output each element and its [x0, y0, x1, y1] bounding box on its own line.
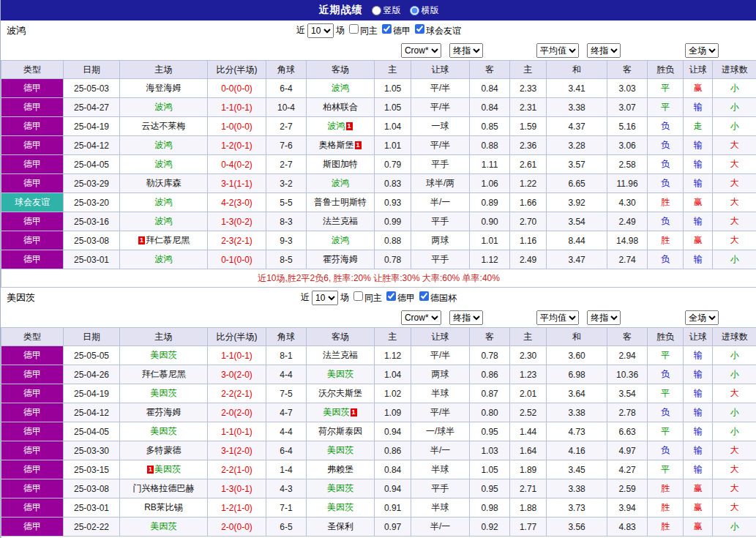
away-team-link[interactable]: 美因茨 — [327, 483, 353, 493]
home-team-link[interactable]: 波鸿 — [155, 102, 173, 112]
col-header-date: 日期 — [64, 61, 120, 79]
league-cell: 德甲 — [1, 479, 64, 498]
cup-option[interactable]: 德国杯 — [415, 291, 457, 305]
league-cell: 德甲 — [1, 155, 64, 174]
same-home-option[interactable]: 同主 — [345, 24, 378, 37]
filter-bar: 近 10 场 同主 德甲 德国杯 — [301, 291, 457, 305]
away-team-link[interactable]: 波鸿 — [332, 83, 349, 93]
corners-cell: 10-4 — [266, 98, 307, 117]
match-row: 德甲 25-04-27 波鸿 1-1(0-1) 10-4 柏林联合 1.05 平… — [1, 98, 756, 117]
odds-home-cell: 0.97 — [375, 518, 411, 537]
odds-home-cell: 0.88 — [375, 231, 411, 250]
average-select[interactable]: 平均值 — [536, 43, 579, 58]
corners-cell: 4-4 — [266, 365, 307, 384]
away-team-link[interactable]: 波鸿1 — [328, 121, 353, 131]
odds-handicap-cell: 平手 — [411, 250, 470, 269]
away-team-link[interactable]: 沃尔夫斯堡 — [318, 388, 362, 398]
match-row: 德甲 25-03-08 门兴格拉德巴赫 1-3(0-1) 4-3 美因茨 0.9… — [1, 479, 756, 498]
away-team-link[interactable]: 荷尔斯泰因 — [318, 426, 362, 436]
away-team-link[interactable]: 圣保利 — [327, 521, 353, 531]
league-checkbox[interactable] — [386, 291, 396, 301]
col-header-handicap-result: 让球 — [684, 328, 713, 346]
away-team-link[interactable]: 法兰克福 — [323, 350, 358, 360]
away-team-link[interactable]: 奥格斯堡1 — [319, 140, 362, 150]
home-team-link[interactable]: RB莱比锡 — [144, 502, 183, 512]
home-team-link[interactable]: 波鸿 — [155, 254, 173, 264]
home-team-link[interactable]: 波鸿 — [155, 159, 173, 169]
home-team-link[interactable]: 勒沃库森 — [146, 178, 181, 188]
layout-horizontal-option[interactable]: 横版 — [410, 4, 439, 17]
goals-result-cell: 小 — [713, 98, 756, 117]
away-team-link[interactable]: 波鸿 — [332, 178, 349, 188]
handicap-result-cell: 输 — [684, 384, 713, 403]
score-cell: 0-0(0-0) — [208, 79, 266, 98]
odds-final-select[interactable]: 终指 — [449, 310, 483, 325]
home-team-cell: 波鸿 — [120, 98, 208, 117]
away-team-cell: 奥格斯堡1 — [307, 136, 375, 155]
home-team-link[interactable]: 波鸿 — [155, 140, 173, 150]
away-team-link[interactable]: 普鲁士明斯特 — [314, 197, 367, 207]
away-team-link[interactable]: 法兰克福 — [323, 216, 358, 226]
same-home-option[interactable]: 同主 — [349, 291, 382, 305]
league-cell: 德甲 — [1, 384, 64, 403]
home-team-link[interactable]: 美因茨 — [151, 350, 177, 360]
league-option[interactable]: 德甲 — [382, 291, 415, 305]
away-team-cell: 波鸿 — [307, 79, 375, 98]
same-home-checkbox[interactable] — [353, 291, 363, 301]
layout-vertical-option[interactable]: 竖版 — [372, 4, 401, 17]
home-team-link[interactable]: 1美因茨 — [146, 464, 181, 474]
scope-select[interactable]: 全场 — [685, 43, 719, 58]
date-cell: 25-03-20 — [64, 193, 120, 212]
home-team-link[interactable]: 1拜仁慕尼黑 — [138, 235, 190, 245]
average-select[interactable]: 平均值 — [536, 310, 579, 325]
score-cell: 1-3(0-1) — [208, 479, 266, 498]
away-team-link[interactable]: 波鸿 — [332, 235, 349, 245]
home-team-link[interactable]: 霍芬海姆 — [146, 407, 181, 417]
odds-source-select[interactable]: Crow* — [401, 310, 441, 325]
friendly-option[interactable]: 球会友谊 — [411, 24, 461, 37]
section-mainz: 美因茨 近 10 场 同主 德甲 德国杯 Crow* 终指 — [1, 288, 756, 538]
away-team-link[interactable]: 柏林联合 — [323, 102, 358, 112]
vertical-radio[interactable] — [372, 6, 381, 15]
cup-checkbox[interactable] — [419, 291, 429, 301]
odds-away-cell: 0.95 — [470, 422, 510, 441]
home-team-link[interactable]: 门兴格拉德巴赫 — [133, 483, 195, 493]
odds-final-select[interactable]: 终指 — [449, 43, 483, 58]
col-header-odds-away: 客 — [470, 61, 510, 79]
score-cell: 4-2(3-0) — [208, 193, 266, 212]
league-option[interactable]: 德甲 — [378, 24, 411, 37]
away-team-link[interactable]: 斯图加特 — [323, 159, 358, 169]
home-team-link[interactable]: 波鸿 — [155, 197, 173, 207]
away-team-link[interactable]: 美因茨 — [327, 445, 353, 455]
avg-away-cell: 5.16 — [607, 117, 648, 136]
odds-handicap-cell: 半/一 — [411, 518, 470, 537]
odds-source-select[interactable]: Crow* — [401, 43, 441, 58]
summary-row: 近10场,胜2平2负6, 胜率:20% 让胜率:30% 大率:60% 单率:40… — [1, 269, 756, 288]
match-row: 德甲 25-03-16 波鸿 1-3(0-2) 8-3 法兰克福 0.99 平手… — [1, 212, 756, 231]
home-team-link[interactable]: 美因茨 — [151, 388, 177, 398]
same-home-checkbox[interactable] — [349, 24, 359, 34]
scope-select[interactable]: 全场 — [685, 310, 719, 325]
avg-final-select[interactable]: 终指 — [587, 310, 621, 325]
odds-handicap-cell: 平/半 — [411, 98, 470, 117]
friendly-checkbox[interactable] — [415, 24, 424, 34]
home-team-link[interactable]: 拜仁慕尼黑 — [142, 369, 186, 379]
home-team-link[interactable]: 波鸿 — [155, 216, 173, 226]
away-team-link[interactable]: 美因茨 — [327, 369, 353, 379]
avg-final-select[interactable]: 终指 — [587, 43, 621, 58]
home-team-link[interactable]: 美因茨 — [151, 521, 177, 531]
games-count-select[interactable]: 10 — [307, 23, 334, 38]
home-team-link[interactable]: 海登海姆 — [146, 83, 181, 93]
away-team-link[interactable]: 霍芬海姆 — [323, 254, 358, 264]
home-team-link[interactable]: 美因茨 — [151, 426, 177, 436]
home-team-link[interactable]: 云达不莱梅 — [142, 121, 186, 131]
away-team-link[interactable]: 美因茨1 — [323, 407, 358, 417]
away-team-link[interactable]: 美因茨 — [327, 502, 353, 512]
away-team-link[interactable]: 弗赖堡 — [327, 464, 353, 474]
league-checkbox[interactable] — [382, 24, 392, 34]
col-header-odds-home: 主 — [375, 328, 411, 346]
horizontal-radio[interactable] — [410, 6, 419, 15]
games-count-select[interactable]: 10 — [312, 291, 338, 305]
corners-cell: 8-3 — [266, 212, 307, 231]
home-team-link[interactable]: 多特蒙德 — [146, 445, 181, 455]
